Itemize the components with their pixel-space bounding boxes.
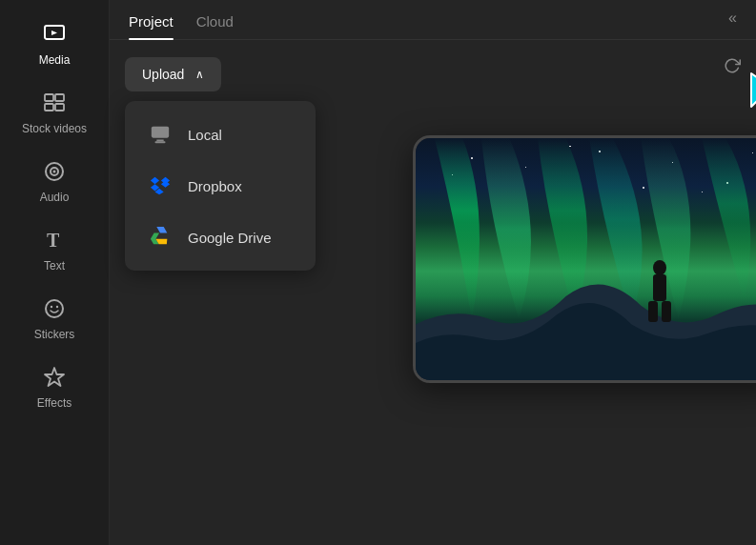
svg-rect-19 [648, 301, 658, 322]
sidebar-item-stock-videos[interactable]: Stock videos [0, 78, 109, 147]
sidebar-item-label: Audio [40, 191, 70, 204]
google-drive-icon [148, 225, 173, 250]
upload-button-label: Upload [142, 67, 184, 82]
svg-rect-2 [45, 94, 53, 101]
sidebar-item-stickers[interactable]: Stickers [0, 284, 109, 353]
svg-rect-5 [55, 104, 64, 111]
svg-point-12 [56, 306, 58, 308]
svg-rect-4 [45, 104, 53, 111]
audio-icon [41, 158, 68, 185]
image-preview [413, 135, 756, 383]
sidebar-item-media[interactable]: Media [0, 10, 109, 78]
upload-dropdown: Local Dropbox Google D [125, 101, 316, 271]
svg-rect-20 [662, 301, 671, 322]
sidebar-item-label: Stock videos [22, 122, 87, 135]
refresh-icon [724, 57, 741, 74]
refresh-button[interactable] [724, 57, 741, 79]
svg-point-8 [53, 171, 56, 173]
person-silhouette [641, 260, 679, 327]
stickers-icon [41, 295, 68, 322]
effects-icon [41, 364, 68, 391]
upload-button[interactable]: Upload ∧ [125, 57, 221, 91]
sidebar-item-text[interactable]: T Text [0, 215, 109, 284]
svg-rect-15 [156, 140, 163, 142]
sidebar-item-label: Text [44, 259, 65, 272]
sidebar: Media Stock videos Audio T [0, 0, 110, 545]
media-icon [41, 21, 68, 48]
stock-videos-icon [41, 90, 68, 116]
svg-point-10 [46, 300, 63, 317]
tab-cloud[interactable]: Cloud [196, 13, 234, 39]
terrain-svg [416, 259, 756, 380]
sidebar-item-audio[interactable]: Audio [0, 147, 109, 215]
dropdown-item-dropbox[interactable]: Dropbox [129, 160, 312, 212]
dropdown-item-label: Local [188, 127, 222, 143]
tab-project[interactable]: Project [129, 13, 174, 39]
sidebar-item-effects[interactable]: Effects [0, 353, 109, 421]
svg-rect-16 [155, 141, 166, 143]
cursor-icon [746, 69, 756, 116]
svg-point-17 [653, 260, 666, 275]
dropdown-item-local[interactable]: Local [129, 109, 312, 160]
svg-marker-13 [45, 368, 64, 386]
svg-rect-3 [55, 94, 64, 101]
tab-bar: Project Cloud « [110, 0, 756, 40]
local-icon [148, 122, 173, 147]
dropbox-icon [148, 173, 173, 198]
collapse-panel-button[interactable]: « [728, 10, 737, 27]
svg-marker-1 [51, 30, 57, 35]
panel-body: Upload ∧ Local [110, 40, 756, 545]
dropdown-item-label: Google Drive [188, 230, 272, 246]
aurora-scene [416, 138, 756, 380]
main-content: Project Cloud « Upload ∧ [110, 0, 756, 545]
svg-marker-21 [751, 73, 756, 111]
dropdown-item-label: Dropbox [188, 178, 242, 194]
svg-rect-18 [653, 274, 666, 301]
sidebar-item-label: Stickers [34, 328, 75, 341]
svg-point-11 [51, 306, 52, 308]
svg-rect-14 [152, 127, 169, 138]
dropdown-item-google-drive[interactable]: Google Drive [129, 212, 312, 263]
sidebar-item-label: Effects [37, 396, 72, 410]
svg-text:T: T [47, 230, 60, 251]
text-icon: T [41, 227, 68, 253]
sidebar-item-label: Media [39, 53, 71, 67]
chevron-up-icon: ∧ [195, 68, 204, 81]
